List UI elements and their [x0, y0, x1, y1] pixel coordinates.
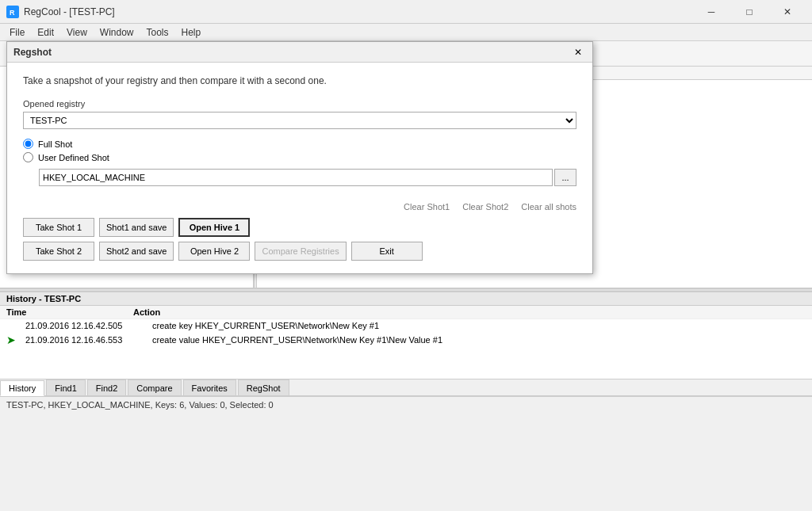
list-item[interactable]: ➤ 21.09.2016 12.16.46.553 create value H…	[0, 332, 812, 348]
history-row-time: 21.09.2016 12.16.42.505	[25, 321, 152, 330]
toolbar-back-button[interactable]: ◀	[3, 44, 22, 63]
menu-tools[interactable]: Tools	[140, 25, 175, 40]
status-text: TEST-PC, HKEY_LOCAL_MACHINE, Keys: 6, Va…	[6, 400, 274, 410]
table-row: 21.09.2016 12.06.41	[263, 82, 806, 93]
arrow-right-icon: ➤	[6, 334, 22, 346]
toolbar-up-button[interactable]: ▲	[48, 44, 67, 63]
history-col-action-header: Action	[133, 307, 806, 317]
menu-file[interactable]: File	[3, 25, 31, 40]
window-title: RegCool - [TEST-PC]	[24, 6, 693, 17]
table-row: 0	[263, 148, 806, 159]
tab-regshot[interactable]: RegShot	[238, 379, 289, 395]
menu-view[interactable]: View	[60, 25, 94, 40]
col-date-header: Date	[327, 68, 806, 78]
history-header: Time Action	[0, 306, 812, 319]
svg-text:R: R	[10, 9, 15, 17]
toolbar-forward-button[interactable]: ▶	[25, 44, 44, 63]
tree-panel[interactable]	[0, 67, 254, 288]
restore-button[interactable]: □	[731, 0, 768, 24]
values-panel: Size Date 21.09.2016 12.06.41 21.09.2016…	[257, 67, 812, 288]
history-title: History - TEST-PC	[0, 292, 812, 306]
close-button[interactable]: ✕	[769, 0, 806, 24]
menu-bar: File Edit View Window Tools Help	[0, 24, 812, 41]
toolbar-refresh-button[interactable]: 🔄	[79, 44, 98, 63]
col-size-header: Size	[263, 68, 327, 78]
tab-find1[interactable]: Find1	[46, 379, 86, 395]
toolbar-go-button[interactable]	[243, 44, 265, 63]
tab-history[interactable]: History	[0, 380, 44, 396]
list-item[interactable]: 21.09.2016 12.16.42.505 create key HKEY_…	[0, 319, 812, 332]
minimize-button[interactable]: ─	[693, 0, 730, 24]
history-col-time-header: Time	[6, 307, 133, 317]
menu-window[interactable]: Window	[94, 25, 140, 40]
values-header: Size Date	[257, 67, 812, 80]
status-bar: TEST-PC, HKEY_LOCAL_MACHINE, Keys: 6, Va…	[0, 396, 812, 412]
title-bar: R RegCool - [TEST-PC] ─ □ ✕	[0, 0, 812, 24]
tab-compare[interactable]: Compare	[128, 379, 181, 395]
history-row-time: 21.09.2016 12.16.46.553	[25, 335, 152, 345]
main-area: Size Date 21.09.2016 12.06.41 21.09.2016…	[0, 67, 812, 288]
toolbar: ◀ ▶ ▲ 🔄	[0, 41, 812, 67]
svg-marker-5	[251, 48, 259, 57]
table-row: 10.07.2015 14.20.38	[263, 104, 806, 115]
menu-help[interactable]: Help	[175, 25, 208, 40]
tab-find2[interactable]: Find2	[87, 379, 127, 395]
app-icon: R	[6, 6, 19, 18]
table-row: 21.09.2016 09.34.45	[263, 137, 806, 148]
history-row-action: create key HKEY_CURRENT_USER\Network\New…	[152, 321, 806, 330]
toolbar-globe-button[interactable]	[111, 44, 133, 63]
values-rows: 21.09.2016 12.06.41 21.09.2016 09.34.45 …	[257, 80, 812, 161]
path-dropdown[interactable]	[136, 45, 239, 63]
tab-favorites[interactable]: Favorites	[183, 379, 236, 395]
history-panel: History - TEST-PC Time Action 21.09.2016…	[0, 292, 812, 379]
table-row: 21.09.2016 09.34.45	[263, 93, 806, 104]
table-row: 14.09.2016 10.59.52	[263, 126, 806, 137]
menu-edit[interactable]: Edit	[31, 25, 60, 40]
history-row-action: create value HKEY_CURRENT_USER\Network\N…	[152, 335, 806, 345]
window-controls: ─ □ ✕	[693, 0, 806, 24]
table-row: 10.07.2015 14.20.38	[263, 115, 806, 126]
tabs-bar: History Find1 Find2 Compare Favorites Re…	[0, 379, 812, 396]
